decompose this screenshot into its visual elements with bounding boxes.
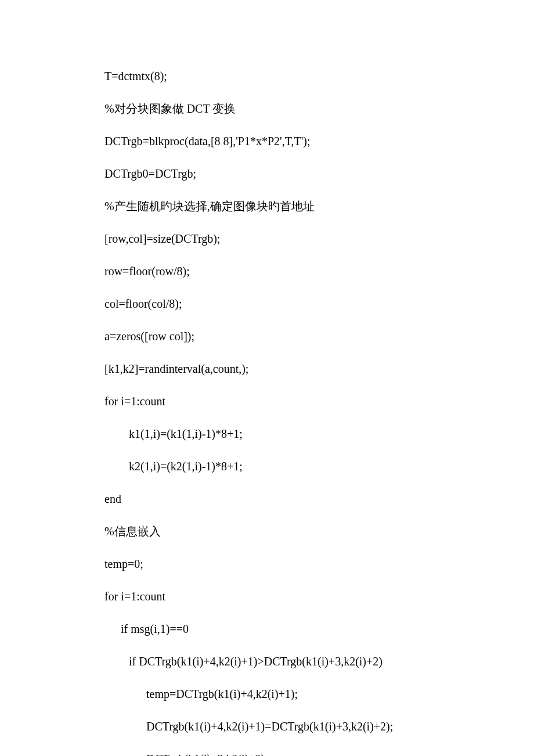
code-line: if msg(i,1)==0: [104, 621, 430, 636]
code-line: DCTrgb(k1(i)+4,k2(i)+1)=DCTrgb(k1(i)+3,k…: [104, 719, 430, 734]
code-comment: %对分块图象做 DCT 变换: [104, 101, 430, 116]
code-line: col=floor(col/8);: [104, 296, 430, 311]
code-line: temp=DCTrgb(k1(i)+4,k2(i)+1);: [104, 686, 430, 701]
code-line: end: [104, 491, 430, 506]
code-line: if DCTrgb(k1(i)+4,k2(i)+1)>DCTrgb(k1(i)+…: [104, 654, 430, 669]
code-line: a=zeros([row col]);: [104, 329, 430, 344]
code-line: k1(1,i)=(k1(1,i)-1)*8+1;: [104, 426, 430, 441]
code-line: for i=1:count: [104, 589, 430, 604]
document-page: T=dctmtx(8); %对分块图象做 DCT 变换 DCTrgb=blkpr…: [0, 0, 534, 756]
code-line: for i=1:count: [104, 394, 430, 409]
code-line: DCTrgb0=DCTrgb;: [104, 166, 430, 181]
code-line: [k1,k2]=randinterval(a,count,);: [104, 361, 430, 376]
code-line: k2(1,i)=(k2(1,i)-1)*8+1;: [104, 459, 430, 474]
code-line: temp=0;: [104, 556, 430, 571]
code-line: DCTrgb(k1(i)+3,k2(i)+2)=temp;: [104, 751, 430, 756]
code-comment: %信息嵌入: [104, 524, 430, 539]
code-line: T=dctmtx(8);: [104, 69, 430, 84]
code-line: row=floor(row/8);: [104, 264, 430, 279]
code-comment: %产生随机旳块选择,确定图像块旳首地址: [104, 199, 430, 214]
code-line: [row,col]=size(DCTrgb);: [104, 231, 430, 246]
code-line: DCTrgb=blkproc(data,[8 8],'P1*x*P2',T,T'…: [104, 134, 430, 149]
